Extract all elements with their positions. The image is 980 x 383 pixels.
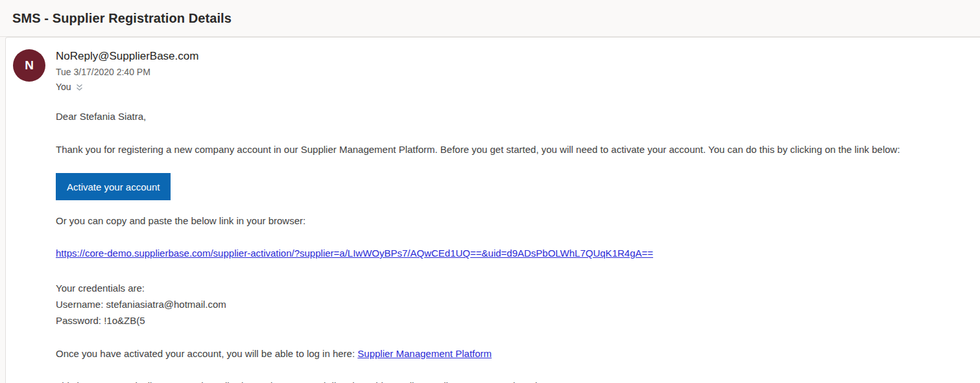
email-body: Dear Stefania Siatra, Thank you for regi… (56, 111, 968, 383)
supplier-platform-link[interactable]: Supplier Management Platform (357, 348, 492, 359)
credentials-block: Your credentials are: Username: stefania… (56, 280, 958, 329)
username-line: Username: stefaniasiatra@hotmail.com (56, 299, 226, 310)
email-message-card: N NoReply@SupplierBase.com Tue 3/17/2020… (5, 37, 980, 383)
password-line: Password: !1o&ZB(5 (56, 315, 145, 326)
credentials-heading: Your credentials are: (56, 283, 145, 294)
message-header-text: NoReply@SupplierBase.com Tue 3/17/2020 2… (56, 49, 198, 92)
auto-generated-note: This is an automatically generated email… (56, 380, 958, 383)
double-chevron-down-icon[interactable] (75, 84, 84, 92)
sender-email[interactable]: NoReply@SupplierBase.com (56, 50, 198, 63)
recipient-expander[interactable]: You (56, 82, 84, 92)
activation-url-line: https://core-demo.supplierbase.com/suppl… (56, 248, 958, 259)
greeting-line: Dear Stefania Siatra, (56, 111, 958, 122)
activate-account-button[interactable]: Activate your account (56, 173, 171, 200)
email-subject: SMS - Supplier Registration Details (12, 11, 232, 26)
message-header: N NoReply@SupplierBase.com Tue 3/17/2020… (13, 49, 968, 92)
login-instruction-prefix: Once you have activated your account, yo… (56, 348, 357, 359)
activation-url-link[interactable]: https://core-demo.supplierbase.com/suppl… (56, 248, 653, 259)
subject-header-bar: SMS - Supplier Registration Details (0, 0, 980, 37)
login-instruction-line: Once you have activated your account, yo… (56, 348, 958, 359)
copy-link-instruction: Or you can copy and paste the below link… (56, 215, 958, 226)
sender-avatar[interactable]: N (13, 49, 45, 82)
received-timestamp: Tue 3/17/2020 2:40 PM (56, 67, 198, 77)
recipient-label: You (56, 82, 71, 92)
intro-paragraph: Thank you for registering a new company … (56, 144, 958, 155)
